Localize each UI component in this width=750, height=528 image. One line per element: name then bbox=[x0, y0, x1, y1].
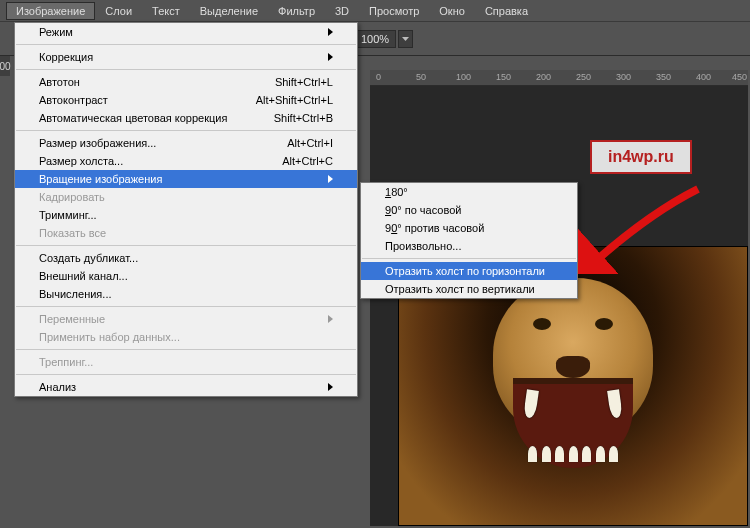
svg-marker-0 bbox=[402, 37, 409, 41]
menu-top-view[interactable]: Просмотр bbox=[359, 2, 429, 20]
zoom-selector[interactable]: 100% bbox=[354, 30, 413, 48]
ruler-mark: 50 bbox=[416, 72, 426, 82]
ruler-mark: 300 bbox=[616, 72, 631, 82]
menu-item-image-size[interactable]: Размер изображения... Alt+Ctrl+I bbox=[15, 134, 357, 152]
menu-item-label: 90° по часовой bbox=[385, 204, 461, 216]
menu-top-window[interactable]: Окно bbox=[429, 2, 475, 20]
menu-item-autocolor[interactable]: Автоматическая цветовая коррекция Shift+… bbox=[15, 109, 357, 127]
menu-item-label: Переменные bbox=[39, 313, 105, 325]
separator bbox=[16, 306, 356, 307]
submenu-item-flip-horizontal[interactable]: Отразить холст по горизонтали bbox=[361, 262, 577, 280]
zoom-value: 100% bbox=[354, 30, 396, 48]
submenu-item-90ccw[interactable]: 90° против часовой bbox=[361, 219, 577, 237]
menu-item-autocontrast[interactable]: Автоконтраст Alt+Shift+Ctrl+L bbox=[15, 91, 357, 109]
submenu-arrow-icon bbox=[328, 315, 333, 323]
menu-item-label: Размер изображения... bbox=[39, 137, 156, 149]
menu-item-label: Вычисления... bbox=[39, 288, 112, 300]
menu-item-label: Произвольно... bbox=[385, 240, 461, 252]
menu-item-label: Размер холста... bbox=[39, 155, 123, 167]
watermark-badge: in4wp.ru bbox=[590, 140, 692, 174]
menu-item-image-rotation[interactable]: Вращение изображения bbox=[15, 170, 357, 188]
menu-top-layers[interactable]: Слои bbox=[95, 2, 142, 20]
ruler-mark: 250 bbox=[576, 72, 591, 82]
horizontal-ruler: 0 50 100 150 200 250 300 350 400 450 bbox=[370, 70, 748, 86]
image-menu-dropdown: Режим Коррекция Автотон Shift+Ctrl+L Авт… bbox=[14, 22, 358, 397]
separator bbox=[362, 258, 576, 259]
submenu-arrow-icon bbox=[328, 28, 333, 36]
separator bbox=[16, 374, 356, 375]
menu-item-label: Режим bbox=[39, 26, 73, 38]
menu-item-reveal-all: Показать все bbox=[15, 224, 357, 242]
menu-item-label: Коррекция bbox=[39, 51, 93, 63]
ruler-mark: 0 bbox=[376, 72, 381, 82]
menu-item-label: Треппинг... bbox=[39, 356, 93, 368]
menu-item-mode[interactable]: Режим bbox=[15, 23, 357, 41]
separator bbox=[16, 69, 356, 70]
menu-item-label: Внешний канал... bbox=[39, 270, 128, 282]
submenu-item-flip-vertical[interactable]: Отразить холст по вертикали bbox=[361, 280, 577, 298]
menu-top-filter[interactable]: Фильтр bbox=[268, 2, 325, 20]
menu-item-canvas-size[interactable]: Размер холста... Alt+Ctrl+C bbox=[15, 152, 357, 170]
menu-item-label: Вращение изображения bbox=[39, 173, 162, 185]
menu-item-duplicate[interactable]: Создать дубликат... bbox=[15, 249, 357, 267]
menu-top-image[interactable]: Изображение bbox=[6, 2, 95, 20]
shortcut-label: Shift+Ctrl+B bbox=[274, 112, 333, 124]
lion-illustration bbox=[493, 278, 653, 438]
separator bbox=[16, 130, 356, 131]
shortcut-label: Shift+Ctrl+L bbox=[275, 76, 333, 88]
separator bbox=[16, 44, 356, 45]
menu-top-text[interactable]: Текст bbox=[142, 2, 190, 20]
submenu-arrow-icon bbox=[328, 383, 333, 391]
ruler-mark: 200 bbox=[536, 72, 551, 82]
chevron-down-icon[interactable] bbox=[398, 30, 413, 48]
menu-top-selection[interactable]: Выделение bbox=[190, 2, 268, 20]
menu-top-3d[interactable]: 3D bbox=[325, 2, 359, 20]
menu-item-trap: Треппинг... bbox=[15, 353, 357, 371]
menu-item-label: 90° против часовой bbox=[385, 222, 484, 234]
menu-item-trim[interactable]: Тримминг... bbox=[15, 206, 357, 224]
menu-item-label: Показать все bbox=[39, 227, 106, 239]
separator bbox=[16, 349, 356, 350]
menu-item-analysis[interactable]: Анализ bbox=[15, 378, 357, 396]
menu-item-label: Автоконтраст bbox=[39, 94, 108, 106]
left-panel-fragment: 00 bbox=[0, 56, 10, 76]
menu-item-label: Отразить холст по вертикали bbox=[385, 283, 535, 295]
menu-item-apply-image[interactable]: Внешний канал... bbox=[15, 267, 357, 285]
menu-item-label: Кадрировать bbox=[39, 191, 105, 203]
menu-item-label: Отразить холст по горизонтали bbox=[385, 265, 545, 277]
menu-item-calculations[interactable]: Вычисления... bbox=[15, 285, 357, 303]
menu-item-apply-dataset: Применить набор данных... bbox=[15, 328, 357, 346]
submenu-item-90cw[interactable]: 90° по часовой bbox=[361, 201, 577, 219]
menu-item-label: Тримминг... bbox=[39, 209, 97, 221]
menu-item-label: Автоматическая цветовая коррекция bbox=[39, 112, 227, 124]
shortcut-label: Alt+Ctrl+I bbox=[287, 137, 333, 149]
separator bbox=[16, 245, 356, 246]
submenu-arrow-icon bbox=[328, 175, 333, 183]
menu-top-help[interactable]: Справка bbox=[475, 2, 538, 20]
menu-item-label: Анализ bbox=[39, 381, 76, 393]
menu-item-crop: Кадрировать bbox=[15, 188, 357, 206]
menu-item-adjustments[interactable]: Коррекция bbox=[15, 48, 357, 66]
submenu-item-arbitrary[interactable]: Произвольно... bbox=[361, 237, 577, 255]
ruler-mark: 400 bbox=[696, 72, 711, 82]
menu-item-label: 180° bbox=[385, 186, 408, 198]
ruler-mark: 150 bbox=[496, 72, 511, 82]
shortcut-label: Alt+Ctrl+C bbox=[282, 155, 333, 167]
menu-item-variables: Переменные bbox=[15, 310, 357, 328]
menu-item-label: Применить набор данных... bbox=[39, 331, 180, 343]
menu-item-autotone[interactable]: Автотон Shift+Ctrl+L bbox=[15, 73, 357, 91]
rotation-submenu: 180° 90° по часовой 90° против часовой П… bbox=[360, 182, 578, 299]
submenu-item-180[interactable]: 180° bbox=[361, 183, 577, 201]
ruler-mark: 350 bbox=[656, 72, 671, 82]
menubar: Изображение Слои Текст Выделение Фильтр … bbox=[0, 0, 750, 22]
shortcut-label: Alt+Shift+Ctrl+L bbox=[256, 94, 333, 106]
ruler-mark: 450 bbox=[732, 72, 747, 82]
menu-item-label: Автотон bbox=[39, 76, 80, 88]
submenu-arrow-icon bbox=[328, 53, 333, 61]
ruler-mark: 100 bbox=[456, 72, 471, 82]
menu-item-label: Создать дубликат... bbox=[39, 252, 138, 264]
